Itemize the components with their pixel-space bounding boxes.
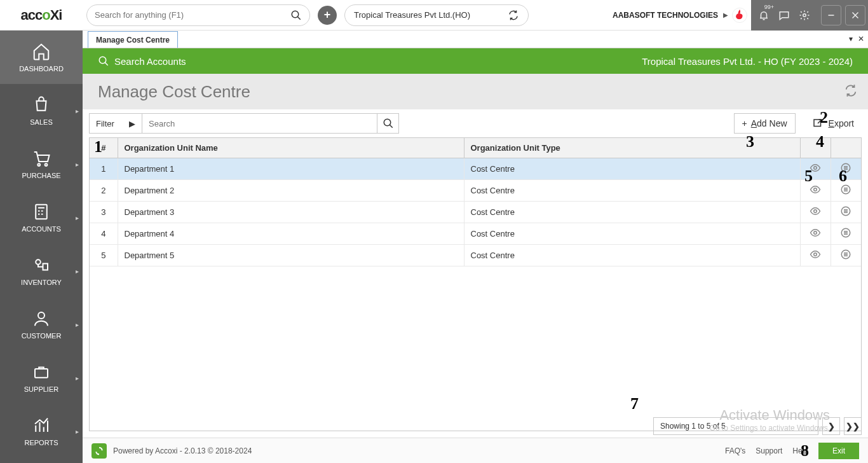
plus-icon: +: [742, 118, 747, 128]
cell-name: Department 5: [118, 245, 464, 266]
chevron-right-icon: ▸: [76, 214, 79, 221]
sidebar-item-accounts[interactable]: ACCOUNTS ▸: [0, 191, 83, 244]
addnew-label: Add New: [751, 118, 787, 128]
export-label: Export: [829, 118, 854, 128]
sidebar-item-label: SALES: [30, 118, 52, 126]
view-icon[interactable]: [810, 166, 821, 176]
cell-num: 5: [90, 245, 118, 266]
cell-num: 1: [90, 158, 118, 180]
sidebar-item-label: CUSTOMER: [22, 332, 62, 340]
svg-point-46: [814, 253, 817, 256]
table-row[interactable]: 1Department 1Cost Centre: [90, 158, 861, 180]
title-bar: Manage Cost Centre: [83, 74, 868, 109]
faq-link[interactable]: FAQ's: [725, 446, 745, 455]
context-label: Tropical Treasures Pvt Ltd. - HO (FY 202…: [642, 56, 853, 67]
add-global-button[interactable]: +: [318, 6, 337, 25]
svg-rect-16: [35, 369, 48, 378]
pager-next-button[interactable]: ❯: [822, 417, 840, 435]
sidebar-item-label: PURCHASE: [22, 172, 60, 179]
view-icon[interactable]: [810, 252, 821, 262]
sidebar-item-purchase[interactable]: PURCHASE ▸: [0, 137, 83, 191]
tabstrip: Manage Cost Centre ▾ ✕: [83, 31, 868, 48]
tab-manage-cost-centre[interactable]: Manage Cost Centre: [88, 31, 178, 48]
sidebar-item-sales[interactable]: SALES ▸: [0, 84, 83, 137]
chat-icon[interactable]: [774, 5, 794, 25]
sidebar-item-supplier[interactable]: SUPPLIER ▸: [0, 351, 83, 404]
svg-point-2: [803, 13, 806, 17]
help-link[interactable]: Help: [792, 446, 808, 455]
export-icon: [812, 118, 824, 129]
col-type[interactable]: Organization Unit Type: [464, 138, 800, 158]
view-icon[interactable]: [810, 188, 821, 197]
tab-dropdown-icon[interactable]: ▾: [849, 34, 853, 43]
cell-type: Cost Centre: [464, 223, 800, 245]
svg-point-6: [37, 163, 40, 166]
view-icon[interactable]: [810, 209, 821, 219]
cell-name: Department 2: [118, 180, 464, 202]
row-menu-icon[interactable]: [840, 188, 851, 197]
row-menu-icon[interactable]: [840, 166, 851, 176]
svg-point-14: [36, 259, 41, 265]
sidebar: DASHBOARD SALES ▸ PURCHASE ▸ ACCOUNTS ▸ …: [0, 31, 83, 463]
gear-icon[interactable]: [794, 5, 815, 25]
export-button[interactable]: Export: [804, 113, 862, 134]
svg-line-1: [297, 17, 301, 20]
search-accounts-link[interactable]: Search Accounts: [114, 56, 186, 67]
row-menu-icon[interactable]: [840, 231, 851, 240]
cell-name: Department 3: [118, 202, 464, 223]
table-search-button[interactable]: [377, 113, 399, 134]
global-search-input[interactable]: [95, 10, 290, 20]
svg-point-7: [45, 163, 48, 166]
fire-icon[interactable]: [732, 8, 747, 23]
svg-point-15: [38, 312, 44, 319]
col-name[interactable]: Organization Unit Name: [118, 138, 464, 158]
sidebar-item-dashboard[interactable]: DASHBOARD: [0, 31, 83, 84]
table-search-input[interactable]: [142, 119, 377, 128]
greenbar: Search Accounts Tropical Treasures Pvt L…: [83, 48, 868, 74]
chevron-right-icon: ▶: [723, 11, 728, 18]
col-num[interactable]: #: [90, 138, 118, 158]
sidebar-item-label: SUPPLIER: [24, 385, 58, 393]
view-icon[interactable]: [810, 231, 821, 240]
cell-num: 2: [90, 180, 118, 202]
global-search[interactable]: [86, 4, 310, 26]
sidebar-item-inventory[interactable]: INVENTORY ▸: [0, 244, 83, 298]
cell-type: Cost Centre: [464, 180, 800, 202]
table-search[interactable]: [142, 113, 377, 134]
filter-button[interactable]: Filter ▶: [89, 113, 142, 134]
support-link[interactable]: Support: [756, 446, 782, 455]
pager-last-button[interactable]: ❯❯: [844, 417, 862, 435]
svg-point-36: [814, 210, 817, 213]
table-row[interactable]: 4Department 4Cost Centre: [90, 223, 861, 245]
cell-name: Department 1: [118, 158, 464, 180]
sidebar-item-label: DASHBOARD: [19, 65, 64, 73]
chevron-right-icon: ▶: [129, 119, 135, 128]
add-new-button[interactable]: + Add New: [734, 113, 796, 134]
cell-type: Cost Centre: [464, 245, 800, 266]
table-row[interactable]: 2Department 2Cost Centre: [90, 180, 861, 202]
user-label[interactable]: AABASOFT TECHNOLOGIES: [607, 11, 723, 20]
cell-name: Department 4: [118, 223, 464, 245]
gray-panel: 99+: [751, 0, 868, 31]
powered-by: Powered by Accoxi - 2.0.13 © 2018-2024: [113, 446, 252, 455]
table-row[interactable]: 5Department 5Cost Centre: [90, 245, 861, 266]
close-button[interactable]: [845, 5, 865, 25]
bell-icon[interactable]: 99+: [754, 5, 774, 25]
minimize-button[interactable]: [821, 5, 841, 25]
sidebar-item-reports[interactable]: REPORTS ▸: [0, 404, 83, 458]
svg-rect-25: [814, 120, 821, 127]
row-menu-icon[interactable]: [840, 209, 851, 219]
logo-text-1: acc: [21, 7, 43, 24]
company-selector[interactable]: Tropical Treasures Pvt Ltd.(HO): [344, 4, 529, 26]
tab-close-icon[interactable]: ✕: [858, 34, 864, 43]
row-menu-icon[interactable]: [840, 252, 851, 262]
table-row[interactable]: 3Department 3Cost Centre: [90, 202, 861, 223]
svg-point-0: [292, 11, 299, 18]
exit-button[interactable]: Exit: [818, 443, 859, 459]
refresh-button[interactable]: [844, 84, 858, 100]
svg-line-22: [105, 62, 108, 66]
cost-centre-table: # Organization Unit Name Organization Un…: [90, 138, 861, 266]
chevron-right-icon: ▸: [76, 161, 79, 168]
search-icon: [383, 118, 394, 129]
sidebar-item-customer[interactable]: CUSTOMER ▸: [0, 298, 83, 351]
